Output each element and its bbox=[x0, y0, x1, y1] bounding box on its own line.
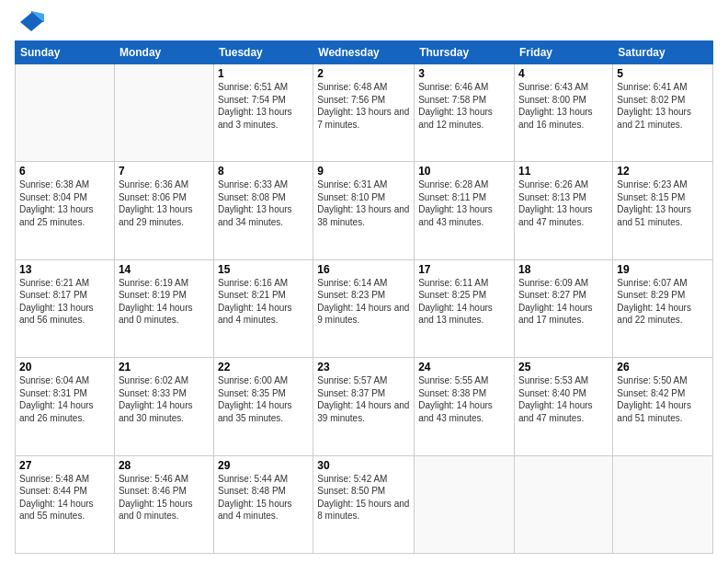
calendar-cell: 8Sunrise: 6:33 AM Sunset: 8:08 PM Daylig… bbox=[213, 162, 313, 259]
day-info: Sunrise: 6:33 AM Sunset: 8:08 PM Dayligh… bbox=[218, 178, 309, 228]
calendar-cell: 29Sunrise: 5:44 AM Sunset: 8:48 PM Dayli… bbox=[213, 455, 313, 553]
week-row-0: 1Sunrise: 6:51 AM Sunset: 7:54 PM Daylig… bbox=[16, 64, 713, 162]
week-row-2: 13Sunrise: 6:21 AM Sunset: 8:17 PM Dayli… bbox=[16, 259, 713, 357]
day-info: Sunrise: 5:50 AM Sunset: 8:42 PM Dayligh… bbox=[617, 374, 709, 424]
day-info: Sunrise: 5:44 AM Sunset: 8:48 PM Dayligh… bbox=[218, 473, 309, 523]
day-info: Sunrise: 5:46 AM Sunset: 8:46 PM Dayligh… bbox=[119, 473, 210, 523]
day-number: 7 bbox=[119, 165, 210, 178]
calendar-cell: 26Sunrise: 5:50 AM Sunset: 8:42 PM Dayli… bbox=[613, 358, 713, 455]
calendar-cell: 20Sunrise: 6:04 AM Sunset: 8:31 PM Dayli… bbox=[16, 358, 115, 455]
calendar-cell bbox=[16, 64, 115, 162]
calendar-cell: 13Sunrise: 6:21 AM Sunset: 8:17 PM Dayli… bbox=[16, 259, 115, 357]
calendar-cell: 14Sunrise: 6:19 AM Sunset: 8:19 PM Dayli… bbox=[114, 259, 213, 357]
day-info: Sunrise: 6:21 AM Sunset: 8:17 PM Dayligh… bbox=[19, 277, 110, 327]
day-number: 11 bbox=[518, 165, 609, 178]
calendar-cell: 25Sunrise: 5:53 AM Sunset: 8:40 PM Dayli… bbox=[515, 358, 613, 455]
calendar-cell bbox=[114, 64, 213, 162]
day-number: 27 bbox=[19, 459, 110, 472]
day-info: Sunrise: 6:16 AM Sunset: 8:21 PM Dayligh… bbox=[218, 277, 309, 327]
weekday-header-monday: Monday bbox=[114, 41, 213, 64]
day-info: Sunrise: 5:42 AM Sunset: 8:50 PM Dayligh… bbox=[317, 473, 410, 523]
day-info: Sunrise: 6:09 AM Sunset: 8:27 PM Dayligh… bbox=[518, 277, 609, 327]
day-number: 28 bbox=[119, 459, 210, 472]
calendar-cell: 18Sunrise: 6:09 AM Sunset: 8:27 PM Dayli… bbox=[515, 259, 613, 357]
day-info: Sunrise: 6:04 AM Sunset: 8:31 PM Dayligh… bbox=[19, 374, 110, 424]
day-info: Sunrise: 5:53 AM Sunset: 8:40 PM Dayligh… bbox=[518, 374, 609, 424]
day-info: Sunrise: 5:55 AM Sunset: 8:38 PM Dayligh… bbox=[418, 374, 510, 424]
weekday-header-wednesday: Wednesday bbox=[313, 41, 415, 64]
calendar-cell: 3Sunrise: 6:46 AM Sunset: 7:58 PM Daylig… bbox=[415, 64, 515, 162]
weekday-header-saturday: Saturday bbox=[613, 41, 713, 64]
calendar-cell: 17Sunrise: 6:11 AM Sunset: 8:25 PM Dayli… bbox=[415, 259, 515, 357]
day-number: 15 bbox=[218, 263, 309, 276]
calendar-cell: 6Sunrise: 6:38 AM Sunset: 8:04 PM Daylig… bbox=[16, 162, 115, 259]
day-info: Sunrise: 6:00 AM Sunset: 8:35 PM Dayligh… bbox=[218, 374, 309, 424]
weekday-header-sunday: Sunday bbox=[16, 41, 115, 64]
logo bbox=[15, 9, 44, 35]
weekday-header-row: SundayMondayTuesdayWednesdayThursdayFrid… bbox=[16, 41, 713, 64]
day-number: 21 bbox=[119, 361, 210, 373]
page: SundayMondayTuesdayWednesdayThursdayFrid… bbox=[0, 0, 728, 563]
calendar-cell bbox=[415, 455, 515, 553]
calendar-cell: 1Sunrise: 6:51 AM Sunset: 7:54 PM Daylig… bbox=[213, 64, 313, 162]
day-number: 13 bbox=[19, 263, 110, 276]
day-info: Sunrise: 5:57 AM Sunset: 8:37 PM Dayligh… bbox=[317, 374, 410, 424]
week-row-3: 20Sunrise: 6:04 AM Sunset: 8:31 PM Dayli… bbox=[16, 358, 713, 455]
day-info: Sunrise: 6:43 AM Sunset: 8:00 PM Dayligh… bbox=[518, 81, 609, 131]
day-info: Sunrise: 6:14 AM Sunset: 8:23 PM Dayligh… bbox=[317, 277, 410, 327]
calendar-cell: 28Sunrise: 5:46 AM Sunset: 8:46 PM Dayli… bbox=[114, 455, 213, 553]
day-number: 3 bbox=[418, 67, 510, 80]
day-number: 4 bbox=[518, 67, 609, 80]
calendar-cell: 12Sunrise: 6:23 AM Sunset: 8:15 PM Dayli… bbox=[613, 162, 713, 259]
day-number: 5 bbox=[617, 67, 709, 80]
calendar-cell: 10Sunrise: 6:28 AM Sunset: 8:11 PM Dayli… bbox=[415, 162, 515, 259]
day-number: 1 bbox=[218, 67, 309, 80]
day-number: 18 bbox=[518, 263, 609, 276]
day-info: Sunrise: 6:38 AM Sunset: 8:04 PM Dayligh… bbox=[19, 178, 110, 228]
day-info: Sunrise: 6:48 AM Sunset: 7:56 PM Dayligh… bbox=[317, 81, 410, 131]
day-number: 26 bbox=[617, 361, 709, 373]
day-info: Sunrise: 6:41 AM Sunset: 8:02 PM Dayligh… bbox=[617, 81, 709, 131]
day-info: Sunrise: 6:31 AM Sunset: 8:10 PM Dayligh… bbox=[317, 178, 410, 228]
day-number: 23 bbox=[317, 361, 410, 373]
logo-icon bbox=[18, 9, 44, 35]
calendar-cell: 5Sunrise: 6:41 AM Sunset: 8:02 PM Daylig… bbox=[613, 64, 713, 162]
day-number: 14 bbox=[119, 263, 210, 276]
calendar-cell bbox=[515, 455, 613, 553]
day-number: 30 bbox=[317, 459, 410, 472]
day-number: 9 bbox=[317, 165, 410, 178]
day-info: Sunrise: 6:51 AM Sunset: 7:54 PM Dayligh… bbox=[218, 81, 309, 131]
calendar-cell: 16Sunrise: 6:14 AM Sunset: 8:23 PM Dayli… bbox=[313, 259, 415, 357]
calendar-cell: 21Sunrise: 6:02 AM Sunset: 8:33 PM Dayli… bbox=[114, 358, 213, 455]
weekday-header-tuesday: Tuesday bbox=[213, 41, 313, 64]
calendar-cell: 27Sunrise: 5:48 AM Sunset: 8:44 PM Dayli… bbox=[16, 455, 115, 553]
day-number: 17 bbox=[418, 263, 510, 276]
day-info: Sunrise: 6:28 AM Sunset: 8:11 PM Dayligh… bbox=[418, 178, 510, 228]
day-number: 12 bbox=[617, 165, 709, 178]
week-row-4: 27Sunrise: 5:48 AM Sunset: 8:44 PM Dayli… bbox=[16, 455, 713, 553]
day-number: 24 bbox=[418, 361, 510, 373]
calendar-cell: 19Sunrise: 6:07 AM Sunset: 8:29 PM Dayli… bbox=[613, 259, 713, 357]
day-number: 19 bbox=[617, 263, 709, 276]
calendar-cell: 30Sunrise: 5:42 AM Sunset: 8:50 PM Dayli… bbox=[313, 455, 415, 553]
calendar-cell: 23Sunrise: 5:57 AM Sunset: 8:37 PM Dayli… bbox=[313, 358, 415, 455]
calendar-cell: 7Sunrise: 6:36 AM Sunset: 8:06 PM Daylig… bbox=[114, 162, 213, 259]
day-number: 2 bbox=[317, 67, 410, 80]
day-number: 16 bbox=[317, 263, 410, 276]
weekday-header-thursday: Thursday bbox=[415, 41, 515, 64]
day-number: 8 bbox=[218, 165, 309, 178]
calendar-table: SundayMondayTuesdayWednesdayThursdayFrid… bbox=[15, 40, 713, 554]
day-number: 25 bbox=[518, 361, 609, 373]
day-info: Sunrise: 6:11 AM Sunset: 8:25 PM Dayligh… bbox=[418, 277, 510, 327]
day-info: Sunrise: 6:19 AM Sunset: 8:19 PM Dayligh… bbox=[119, 277, 210, 327]
day-info: Sunrise: 6:07 AM Sunset: 8:29 PM Dayligh… bbox=[617, 277, 709, 327]
day-info: Sunrise: 6:36 AM Sunset: 8:06 PM Dayligh… bbox=[119, 178, 210, 228]
week-row-1: 6Sunrise: 6:38 AM Sunset: 8:04 PM Daylig… bbox=[16, 162, 713, 259]
day-info: Sunrise: 6:02 AM Sunset: 8:33 PM Dayligh… bbox=[119, 374, 210, 424]
header bbox=[15, 9, 713, 35]
day-number: 6 bbox=[19, 165, 110, 178]
day-info: Sunrise: 6:46 AM Sunset: 7:58 PM Dayligh… bbox=[418, 81, 510, 131]
calendar-cell: 15Sunrise: 6:16 AM Sunset: 8:21 PM Dayli… bbox=[213, 259, 313, 357]
day-info: Sunrise: 5:48 AM Sunset: 8:44 PM Dayligh… bbox=[19, 473, 110, 523]
weekday-header-friday: Friday bbox=[515, 41, 613, 64]
